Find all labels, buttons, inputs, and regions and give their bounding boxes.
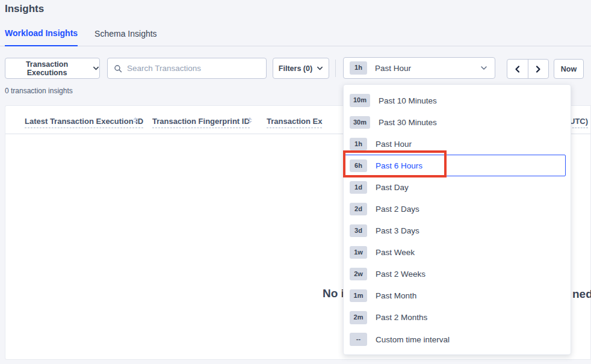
chevron-down-icon [480, 64, 487, 72]
time-option-label: Past 30 Minutes [379, 118, 437, 127]
column-header-utc[interactable]: UTC) [569, 117, 588, 128]
toolbar-divider [335, 60, 336, 77]
time-option-badge: 2d [350, 203, 367, 215]
results-count: 0 transaction insights [5, 87, 73, 95]
time-option-badge: -- [350, 333, 367, 345]
sort-icon[interactable] [247, 117, 252, 123]
time-option-badge: 6h [350, 159, 367, 172]
time-option-badge: 1d [350, 181, 367, 194]
time-option-badge: 1h [350, 138, 367, 150]
now-button[interactable]: Now [554, 59, 584, 79]
time-option-custom[interactable]: --Custom time interval [344, 329, 566, 350]
tab-bar: Workload Insights Schema Insights [0, 26, 591, 46]
time-option-1h[interactable]: 1hPast Hour [344, 133, 566, 155]
time-option-label: Past Month [376, 291, 416, 300]
time-option-1d[interactable]: 1dPast Day [344, 176, 566, 198]
time-option-badge: 2m [350, 311, 367, 324]
time-option-2m[interactable]: 2mPast 2 Months [344, 307, 566, 329]
time-range-label: Past Hour [375, 64, 411, 73]
time-option-label: Past 3 Days [376, 226, 419, 235]
time-range-badge: 1h [350, 61, 367, 74]
time-option-label: Past Day [376, 183, 409, 192]
time-pager [507, 59, 549, 79]
time-option-3d[interactable]: 3dPast 3 Days [344, 220, 566, 242]
time-option-badge: 1w [350, 246, 367, 259]
time-option-label: Past Hour [376, 140, 412, 149]
time-option-badge: 1m [350, 289, 367, 302]
transaction-type-dropdown[interactable]: Transaction Executions [5, 58, 100, 79]
time-option-1w[interactable]: 1wPast Week [344, 242, 566, 264]
time-option-1m[interactable]: 1mPast Month [344, 285, 566, 307]
filters-label: Filters (0) [279, 64, 312, 73]
column-header-latest-transaction-execution-id[interactable]: Latest Transaction Execution ID [25, 117, 143, 128]
column-header-transaction-execution[interactable]: Transaction Ex [267, 117, 322, 128]
time-option-badge: 2w [350, 268, 367, 280]
time-option-30m[interactable]: 30mPast 30 Minutes [344, 111, 566, 133]
time-prev-button[interactable] [507, 60, 528, 78]
chevron-right-icon [534, 65, 542, 73]
page-title: Insights [5, 3, 44, 15]
time-next-button[interactable] [528, 60, 549, 78]
time-option-label: Past 2 Months [376, 313, 427, 322]
chevron-left-icon [513, 65, 522, 73]
search-box [107, 58, 267, 79]
time-option-label: Custom time interval [376, 335, 450, 344]
time-option-6h[interactable]: 6hPast 6 Hours [344, 155, 566, 176]
time-option-label: Past Week [376, 248, 415, 257]
time-option-badge: 30m [350, 116, 370, 129]
time-option-2w[interactable]: 2wPast 2 Weeks [344, 264, 566, 285]
time-option-badge: 10m [350, 94, 370, 106]
column-header-transaction-fingerprint-id[interactable]: Transaction Fingerprint ID [152, 117, 250, 128]
time-option-label: Past 2 Days [376, 205, 419, 214]
time-options-menu: 10mPast 10 Minutes30mPast 30 Minutes1hPa… [343, 84, 571, 355]
search-icon [114, 64, 122, 73]
chevron-down-icon [317, 65, 323, 72]
time-option-label: Past 10 Minutes [379, 96, 437, 105]
search-input[interactable] [127, 64, 260, 73]
empty-state-text-fragment: ned. [572, 288, 591, 301]
transaction-type-label: Transaction Executions [5, 60, 88, 77]
insights-page: Insights Workload Insights Schema Insigh… [0, 0, 591, 364]
time-option-10m[interactable]: 10mPast 10 Minutes [344, 90, 566, 111]
time-option-2d[interactable]: 2dPast 2 Days [344, 198, 566, 220]
chevron-down-icon [93, 65, 99, 72]
sort-icon[interactable] [133, 117, 138, 123]
time-option-label: Past 2 Weeks [376, 270, 425, 279]
tab-workload-insights[interactable]: Workload Insights [5, 28, 78, 46]
time-option-label: Past 6 Hours [376, 161, 422, 170]
filters-dropdown[interactable]: Filters (0) [273, 58, 329, 79]
time-range-dropdown[interactable]: 1h Past Hour [343, 57, 495, 79]
tab-schema-insights[interactable]: Schema Insights [94, 29, 157, 46]
time-option-badge: 3d [350, 224, 367, 237]
